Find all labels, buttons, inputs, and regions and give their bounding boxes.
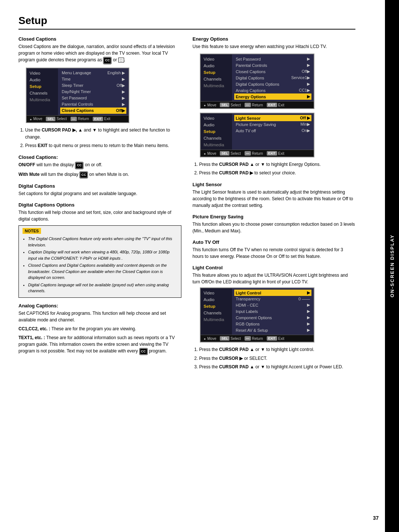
light-sensor-body: The Light Sensor feature is used to auto… — [192, 189, 355, 209]
analog-captions-body: Set CAPTIONS for Analog programs. This f… — [18, 310, 181, 323]
menu-energy-digital-opts: Digital Captions Options▶ — [234, 81, 311, 87]
menu-energy-multimedia-1: Multimedia — [201, 82, 232, 89]
digital-captions-title: Digital Captions — [18, 183, 181, 189]
light-step-1: Press the CURSOR PAD ▲ or ▼ to highlight… — [199, 346, 355, 353]
energy-options-body: Use this feature to save energy when wat… — [192, 43, 355, 50]
menu-light-hdmi: HDMI - CEC▶ — [234, 302, 311, 308]
notes-list: The Digital Closed Captions feature only… — [28, 236, 177, 294]
cc1cc2-text: CC1,CC2, etc. : These are for the progra… — [18, 325, 181, 332]
menu-box-energy-1: Video Audio Setup Channels Multimedia Se… — [200, 54, 314, 109]
menu-right-time: Time▶ — [60, 76, 126, 82]
menu-box-energy-2: Video Audio Setup Channels Multimedia Li… — [200, 113, 314, 157]
light-step-3: Press the CURSOR PAD ▲ or ▼ to highlight… — [199, 364, 355, 371]
note-2: Caption Display will not work when viewi… — [28, 249, 177, 261]
menu-item-audio-1: Audio — [27, 76, 58, 83]
menu-right-panel-1: Menu LanguageEnglish ▶ Time▶ Sleep Timer… — [58, 68, 129, 115]
menu-item-video-1: Video — [27, 70, 58, 76]
closed-captions-mute: With Mute will turn the display CC on wh… — [18, 171, 181, 178]
menu-right-password: Set Password▶ — [60, 95, 126, 101]
menu-left-panel-1: Video Audio Setup Channels Multimedia — [27, 68, 58, 115]
text1-text: TEXT1, etc. : These are for additional i… — [18, 334, 181, 355]
menu-energy2-multimedia: Multimedia — [201, 141, 232, 148]
closed-captions-intro-text: Closed Captions are the dialogue, narrat… — [18, 43, 181, 64]
menu-energy2-light-sensor: Light SensorOff ▶ — [234, 115, 311, 121]
footer-exit-1: EXIT Exit — [93, 117, 110, 121]
menu-energy-audio-1: Audio — [201, 62, 232, 69]
picture-energy-title: Picture Energy Saving — [192, 214, 355, 219]
menu-energy2-audio: Audio — [201, 122, 232, 128]
menu-right-sleep-timer: Sleep TimerOff▶ — [60, 82, 126, 89]
step-1-1: Use the CURSOR PAD ▶, ▲ and ▼ to highlig… — [25, 127, 181, 141]
footer-return-light: — Return — [245, 336, 263, 341]
menu-right-day-night: Day/Night Timer▶ — [60, 89, 126, 95]
menu-light-control: Light Control▶ — [234, 290, 311, 296]
menu-energy-password: Set Password▶ — [234, 56, 311, 62]
menu-energy2-video: Video — [201, 115, 232, 122]
footer-move-light: ⬥ Move — [204, 336, 216, 341]
auto-tv-off-body: This function turns Off the TV when no r… — [192, 246, 355, 260]
note-4: Digital Captions language will not be av… — [28, 282, 177, 294]
menu-right-light: Light Control▶ Transparency0 —— HDMI - C… — [232, 288, 314, 335]
auto-tv-off-title: Auto TV Off — [192, 239, 355, 245]
menu-light-rgb: RGB Options▶ — [234, 321, 311, 327]
footer-select-e2: SEL Select — [220, 151, 241, 156]
footer-select-light: SEL Select — [220, 336, 241, 341]
menu-light-component: Component Options▶ — [234, 314, 311, 321]
menu-right-energy-1: Set Password▶ Parental Controls▶ Closed … — [232, 54, 314, 101]
light-steps-list: Press the CURSOR PAD ▲ or ▼ to highlight… — [199, 346, 355, 371]
menu-energy2-auto-tv: Auto TV offOn▶ — [234, 127, 311, 134]
digital-captions-options-title: Digital Captions Options — [18, 202, 181, 208]
footer-return-1: — Return — [71, 117, 89, 121]
footer-exit-e2: EXIT Exit — [267, 151, 284, 156]
menu-item-multimedia-1: Multimedia — [27, 96, 58, 103]
menu-footer-energy-2: ⬥ Move SEL Select — Return EXIT Exit — [201, 150, 314, 157]
menu-energy-channels-1: Channels — [201, 76, 232, 82]
menu-box-1: Video Audio Setup Channels Multimedia Me… — [26, 68, 129, 123]
menu-right-energy-2: Light SensorOff ▶ Picture Energy SavingM… — [232, 113, 314, 150]
footer-move-label-1: Move — [33, 117, 42, 121]
menu-energy-closed: Closed CaptionsOff▶ — [234, 68, 311, 75]
menu-left-energy-1: Video Audio Setup Channels Multimedia — [201, 54, 232, 101]
notes-header: NOTES — [23, 228, 41, 234]
light-sensor-title: Light Sensor — [192, 182, 355, 187]
menu-right-parental: Parental Controls▶ — [60, 101, 126, 108]
menu-right-closed-captions: Closed CaptionsOff▶ — [60, 108, 126, 114]
page-title: Setup — [18, 15, 355, 30]
note-1: The Digital Closed Captions feature only… — [28, 236, 177, 248]
footer-select-e1: SEL Select — [220, 103, 241, 107]
energy-steps-list: Press the CURSOR PAD ▲ or ▼ to highlight… — [199, 161, 355, 177]
menu-right-menu-language: Menu LanguageEnglish ▶ — [60, 70, 126, 76]
footer-exit-e1: EXIT Exit — [267, 103, 284, 107]
menu-energy-energy-opts: Energy Options▶ — [234, 93, 311, 100]
energy-step-1: Press the CURSOR PAD ▲ or ▼ to highlight… — [199, 161, 355, 168]
menu-energy-digital: Digital CaptionsService1▶ — [234, 75, 311, 81]
footer-select-1: SEL Select — [46, 117, 66, 121]
note-3: Closed Captions and Digital Captions ava… — [28, 262, 177, 281]
footer-return-e1: — Return — [245, 103, 263, 107]
light-control-title: Light Control — [192, 265, 355, 270]
footer-exit-label-1: Exit — [104, 117, 110, 121]
analog-captions-title: Analog Captions: — [18, 303, 181, 308]
menu-item-channels-1: Channels — [27, 90, 58, 96]
energy-step-2: Press the CURSOR PAD ▶ to select your ch… — [199, 170, 355, 177]
menu-energy-video-1: Video — [201, 56, 232, 62]
menu-energy-parental: Parental Controls▶ — [234, 62, 311, 68]
digital-captions-body: Set captions for digital programs and se… — [18, 190, 181, 197]
menu-left-energy-2: Video Audio Setup Channels Multimedia — [201, 113, 232, 150]
steps-list-1: Use the CURSOR PAD ▶, ▲ and ▼ to highlig… — [25, 127, 181, 150]
notes-box: NOTES The Digital Closed Captions featur… — [18, 225, 181, 298]
menu-light-reset: Reset AV & Setup▶ — [234, 327, 311, 333]
menu-light-video: Video — [201, 290, 232, 296]
energy-options-title: Energy Options — [192, 36, 355, 42]
menu-energy2-setup: Setup — [201, 128, 232, 135]
menu-light-channels: Channels — [201, 310, 232, 316]
digital-captions-options-body: This function will help choose and set f… — [18, 209, 181, 222]
menu-light-multimedia: Multimedia — [201, 316, 232, 323]
footer-move-1: ⬥ Move — [30, 117, 42, 121]
footer-return-e2: — Return — [245, 151, 263, 156]
menu-energy-setup-1: Setup — [201, 69, 232, 76]
menu-light-input-labels: Input Labels▶ — [234, 308, 311, 314]
menu-box-light: Video Audio Setup Channels Multimedia Li… — [200, 287, 314, 342]
footer-select-label-1: Select — [57, 117, 67, 121]
menu-light-audio: Audio — [201, 296, 232, 303]
